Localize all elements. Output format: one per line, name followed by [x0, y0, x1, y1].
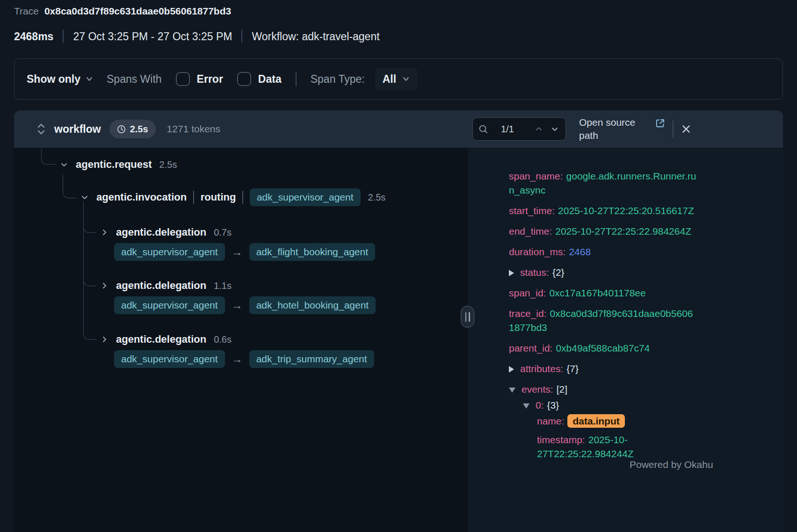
checkbox-box[interactable] [237, 72, 251, 86]
filter-bar: Show only Spans With Error Data Span Typ… [14, 58, 783, 100]
external-link-icon [655, 118, 666, 129]
show-only-dropdown[interactable]: Show only [27, 73, 94, 86]
span-type-value: All [383, 73, 396, 86]
agent-chip: adk_trip_summary_agent [249, 350, 374, 368]
detail-field-event-name: name:data.input [537, 414, 697, 428]
trace-duration: 2468ms [14, 30, 53, 43]
event-0-header: 0:{3} [523, 398, 697, 412]
field-value: {7} [566, 363, 579, 374]
data-checkbox-label: Data [258, 73, 282, 86]
trace-workflow: Workflow: adk-travel-agent [252, 30, 379, 43]
arrow-right-icon: → [232, 245, 243, 259]
tree-connector [63, 175, 77, 198]
search-prev-button[interactable] [534, 124, 544, 134]
span-row-agentic-delegation-3[interactable]: agentic.delegation 0.6s [99, 330, 232, 349]
span-tree: agentic.request 2.5s agentic.invocation … [14, 148, 468, 532]
span-name: agentic.delegation [116, 280, 206, 292]
data-checkbox[interactable]: Data [237, 72, 282, 86]
search-match-count: 1/1 [501, 124, 528, 135]
search-input[interactable]: 1/1 [472, 117, 566, 141]
caret-right-icon[interactable] [99, 334, 109, 345]
pane-resize-handle[interactable] [461, 306, 474, 328]
checkbox-box[interactable] [176, 72, 190, 86]
agent-chip: adk_flight_booking_agent [249, 243, 375, 261]
details-header: 1/1 Open source path [468, 116, 783, 143]
close-panel-button[interactable] [681, 124, 691, 134]
token-count: 1271 tokens [167, 123, 220, 135]
error-checkbox[interactable]: Error [176, 72, 223, 86]
span-name: agentic.delegation [116, 226, 206, 238]
handle-bar [469, 312, 470, 322]
close-icon [681, 124, 691, 134]
field-value: 2025-10-27T22:25:20.516617Z [558, 205, 694, 216]
field-key: name: [537, 416, 564, 426]
span-row-agentic-delegation-2[interactable]: agentic.delegation 1.1s [99, 276, 232, 295]
expanded-triangle-icon[interactable] [509, 388, 515, 393]
field-value: [2] [557, 384, 567, 395]
events-children: 0:{3} name:data.input timestamp:2025-10-… [523, 398, 697, 461]
span-name: agentic.invocation [96, 191, 187, 203]
caret-right-icon[interactable] [99, 280, 109, 291]
collapsed-triangle-icon[interactable] [509, 270, 514, 276]
trace-label: Trace [14, 6, 39, 17]
expanded-triangle-icon[interactable] [523, 403, 529, 409]
spans-with-label: Spans With [107, 73, 162, 86]
field-key: span_id: [509, 288, 546, 298]
span-name: agentic.delegation [116, 333, 206, 345]
sort-icon[interactable] [36, 122, 46, 136]
field-key: parent_id: [509, 343, 552, 353]
caret-down-icon[interactable] [80, 192, 90, 202]
agent-chip: adk_hotel_booking_agent [249, 296, 376, 314]
show-only-label: Show only [27, 73, 80, 86]
span-duration: 2.5s [159, 159, 177, 170]
field-key: events: [522, 384, 553, 395]
divider [673, 121, 674, 137]
span-type-label: Span Type: [311, 73, 365, 86]
workflow-duration: 2.5s [130, 124, 148, 135]
span-kind-tag: routing [201, 191, 236, 203]
field-key: trace_id: [509, 308, 547, 319]
span-details-panel: span_name:google.adk.runners.Runner.run_… [468, 148, 783, 532]
field-key: duration_ms: [509, 246, 565, 257]
search-next-button[interactable] [550, 124, 560, 134]
field-value: 2468 [569, 246, 591, 257]
workflow-header: workflow 2.5s 1271 tokens [14, 120, 468, 138]
span-row-agentic-delegation-1[interactable]: agentic.delegation 0.7s [99, 223, 232, 242]
caret-down-icon[interactable] [59, 159, 69, 170]
field-value: {2} [552, 267, 565, 278]
divider [193, 191, 194, 204]
trace-panel-header: workflow 2.5s 1271 tokens 1/1 Open sourc… [14, 110, 783, 148]
clock-icon [117, 125, 126, 134]
delegation-agents-3[interactable]: adk_supervisor_agent → adk_trip_summary_… [114, 349, 374, 369]
divider [242, 191, 243, 204]
field-value: 0xb49af588cab87c74 [556, 343, 650, 353]
delegation-agents-2[interactable]: adk_supervisor_agent → adk_hotel_booking… [114, 295, 376, 315]
delegation-agents-1[interactable]: adk_supervisor_agent → adk_flight_bookin… [114, 242, 375, 262]
agent-chip: adk_supervisor_agent [114, 296, 225, 314]
collapsed-triangle-icon[interactable] [509, 366, 514, 373]
detail-field-trace-id: trace_id:0x8ca0d3d7f89c631daae0b56061877… [509, 307, 697, 335]
powered-by-watermark: Powered by Okahu [630, 459, 713, 470]
span-row-agentic-request[interactable]: agentic.request 2.5s [59, 155, 177, 174]
open-source-path-link[interactable]: Open source path [579, 116, 671, 143]
agent-chip: adk_supervisor_agent [250, 188, 361, 206]
trace-meta: 2468ms 27 Oct 3:25 PM - 27 Oct 3:25 PM W… [14, 30, 380, 43]
caret-right-icon[interactable] [99, 227, 109, 237]
handle-bar [465, 312, 467, 322]
field-key: end_time: [509, 226, 552, 237]
chevron-down-icon [85, 75, 94, 83]
arrow-right-icon: → [232, 352, 243, 366]
span-type-select[interactable]: All [375, 68, 418, 90]
agent-chip: adk_supervisor_agent [114, 243, 225, 261]
detail-field-events: events:[2] 0:{3} name:data.input timesta… [509, 382, 697, 461]
detail-field-status: status:{2} [509, 266, 697, 280]
chevron-down-icon [402, 75, 410, 83]
divider [296, 72, 297, 86]
span-row-agentic-invocation[interactable]: agentic.invocation routing adk_superviso… [80, 187, 385, 207]
detail-field-start-time: start_time:2025-10-27T22:25:20.516617Z [509, 204, 697, 218]
trace-time-range: 27 Oct 3:25 PM - 27 Oct 3:25 PM [73, 30, 232, 43]
span-duration: 2.5s [368, 192, 386, 203]
chevron-down-icon [551, 125, 559, 133]
field-value: {3} [547, 400, 559, 410]
detail-field-parent-id: parent_id:0xb49af588cab87c74 [509, 341, 697, 355]
